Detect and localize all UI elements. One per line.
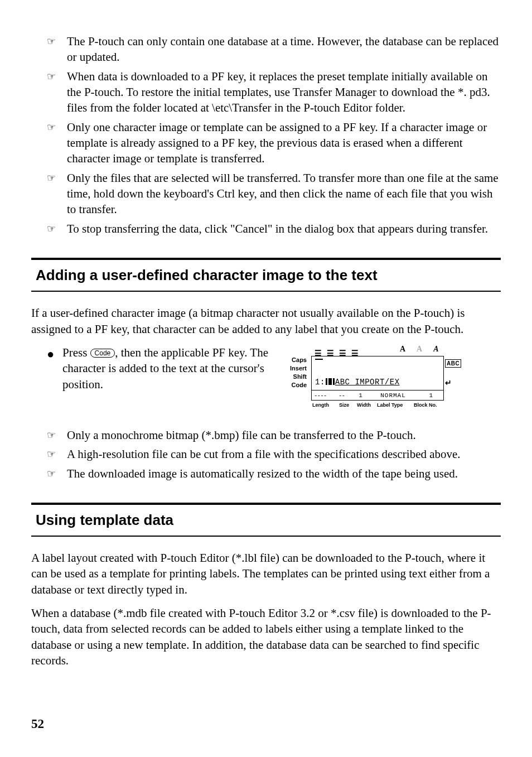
- note-item: ☞ A high-resolution file can be cut from…: [47, 446, 501, 462]
- status-labeltype: NORMAL: [367, 392, 419, 400]
- note-item: ☞ Only a monochrome bitmap (*.bmp) file …: [47, 427, 501, 443]
- label-caps: Caps: [288, 356, 309, 364]
- lcd-screen: 1:ABC IMPORT/EX: [311, 356, 444, 390]
- pointer-icon: ☞: [47, 33, 67, 65]
- lcd-side-labels: Caps Insert Shift Code: [288, 356, 309, 389]
- lcd-cursor: [315, 359, 323, 360]
- pointer-icon: ☞: [47, 446, 67, 462]
- step-text: Press Code, then the applicable PF key. …: [62, 345, 280, 392]
- label-code: Code: [288, 381, 309, 389]
- lcd-figure: Caps Insert Shift Code ☰ ☰ ☰ ☰ A A A 1:A…: [288, 345, 466, 417]
- align-icons: ☰ ☰ ☰ ☰: [315, 348, 359, 355]
- mid-notes-list: ☞ Only a monochrome bitmap (*.bmp) file …: [47, 427, 501, 481]
- lcd-line-prefix: 1:: [315, 378, 325, 387]
- section2-para1: A label layout created with P-touch Edit…: [31, 550, 501, 597]
- pointer-icon: ☞: [47, 427, 67, 443]
- note-item: ☞ When data is downloaded to a PF key, i…: [47, 69, 501, 116]
- section-header-template-data: Using template data: [31, 503, 501, 537]
- bottom-block: Block No.: [414, 402, 439, 408]
- note-text: To stop transferring the data, click "Ca…: [67, 221, 501, 237]
- font-outline-icon: A: [415, 344, 424, 355]
- lcd-bottom-labels: Length Size Width Label Type Block No.: [311, 401, 444, 408]
- step-row: ● Press Code, then the applicable PF key…: [47, 345, 501, 417]
- label-insert: Insert: [288, 364, 309, 373]
- status-length: ----: [314, 392, 338, 400]
- code-key-glyph: Code: [90, 349, 115, 358]
- pointer-icon: ☞: [47, 119, 67, 167]
- note-item: ☞ Only one character image or template c…: [47, 119, 501, 167]
- note-text: Only one character image or template can…: [67, 119, 501, 167]
- section-title: Using template data: [36, 510, 496, 530]
- bottom-length: Length: [312, 402, 336, 408]
- lcd-right-side: ABC ↵: [445, 356, 465, 388]
- bullet-icon: ●: [47, 345, 62, 363]
- lcd-char-block: [326, 378, 335, 385]
- section-title: Adding a user-defined character image to…: [36, 266, 496, 285]
- note-text: A high-resolution file can be cut from a…: [67, 446, 501, 462]
- enter-arrow-icon: ↵: [445, 378, 465, 388]
- align-center-icon: ☰: [327, 348, 335, 355]
- section1-intro: If a user-defined character image (a bit…: [31, 305, 501, 337]
- bottom-labeltype: Label Type: [377, 402, 410, 408]
- font-bold-icon: A: [398, 344, 407, 355]
- note-text: When data is downloaded to a PF key, it …: [67, 69, 501, 116]
- note-item: ☞ To stop transferring the data, click "…: [47, 221, 501, 237]
- lcd-status-row: ---- -- 1 NORMAL 1: [311, 390, 444, 401]
- align-right-icon: ☰: [339, 348, 347, 355]
- abc-box-icon: ABC: [445, 359, 461, 368]
- lcd-text: ABC IMPORT/EX: [335, 378, 400, 387]
- top-notes-list: ☞ The P-touch can only contain one datab…: [47, 33, 501, 237]
- page-number: 52: [31, 715, 44, 732]
- status-block: 1: [419, 392, 433, 400]
- align-justify-icon: ☰: [351, 348, 359, 355]
- bottom-width: Width: [357, 402, 374, 408]
- pointer-icon: ☞: [47, 221, 67, 237]
- note-item: ☞ The downloaded image is automatically …: [47, 466, 501, 481]
- step-prefix: Press: [62, 346, 90, 359]
- note-item: ☞ Only the files that are selected will …: [47, 170, 501, 218]
- section2-para2: When a database (*.mdb file created with…: [31, 605, 501, 668]
- label-shift: Shift: [288, 373, 309, 381]
- note-item: ☞ The P-touch can only contain one datab…: [47, 33, 501, 65]
- note-text: The downloaded image is automatically re…: [67, 466, 501, 481]
- note-text: The P-touch can only contain one databas…: [67, 33, 501, 65]
- pointer-icon: ☞: [47, 170, 67, 218]
- lcd-line2: 1:ABC IMPORT/EX: [315, 377, 400, 388]
- lcd-top-icons: ☰ ☰ ☰ ☰ A A A: [311, 345, 444, 356]
- status-size: --: [338, 392, 354, 400]
- section-header-adding-character: Adding a user-defined character image to…: [31, 258, 501, 292]
- note-text: Only the files that are selected will be…: [67, 170, 501, 218]
- pointer-icon: ☞: [47, 69, 67, 116]
- bottom-size: Size: [339, 402, 354, 408]
- pointer-icon: ☞: [47, 466, 67, 481]
- status-width: 1: [354, 392, 367, 400]
- font-italic-icon: A: [432, 344, 441, 355]
- align-left-icon: ☰: [315, 348, 322, 355]
- lcd-outer: ☰ ☰ ☰ ☰ A A A 1:ABC IMPORT/EX ---- -- 1 …: [311, 345, 444, 408]
- note-text: Only a monochrome bitmap (*.bmp) file ca…: [67, 427, 501, 443]
